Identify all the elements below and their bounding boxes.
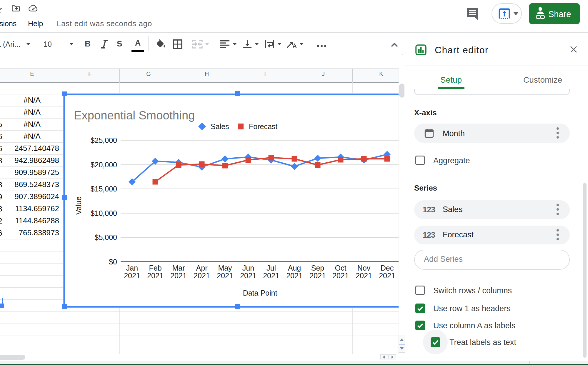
svg-text:Mar: Mar xyxy=(172,264,185,272)
svg-text:2021: 2021 xyxy=(309,271,326,280)
svg-text:2021: 2021 xyxy=(147,271,164,280)
svg-text:Aug: Aug xyxy=(288,264,301,272)
svg-text:Sep: Sep xyxy=(311,264,324,272)
svg-text:Feb: Feb xyxy=(149,264,161,272)
svg-text:2021: 2021 xyxy=(379,271,395,280)
svg-text:Jan: Jan xyxy=(126,264,138,272)
svg-text:Value: Value xyxy=(74,196,83,215)
svg-text:Sales: Sales xyxy=(211,122,229,131)
svg-text:$15,000: $15,000 xyxy=(91,185,117,193)
svg-text:2021: 2021 xyxy=(124,271,140,280)
svg-text:$20,000: $20,000 xyxy=(91,161,117,169)
svg-text:2021: 2021 xyxy=(286,271,303,280)
svg-text:Exponential Smoothing: Exponential Smoothing xyxy=(74,109,195,122)
svg-text:2021: 2021 xyxy=(170,271,187,280)
svg-text:$0: $0 xyxy=(109,258,117,266)
svg-text:Apr: Apr xyxy=(196,264,208,272)
svg-text:Nov: Nov xyxy=(357,264,371,272)
svg-text:Dec: Dec xyxy=(381,264,394,272)
svg-text:2021: 2021 xyxy=(217,271,233,280)
svg-text:$5,000: $5,000 xyxy=(95,233,117,241)
svg-text:Data Point: Data Point xyxy=(243,289,277,297)
svg-text:2021: 2021 xyxy=(332,271,349,280)
svg-text:2021: 2021 xyxy=(356,271,372,280)
svg-text:Jul: Jul xyxy=(266,264,276,272)
svg-text:Forecast: Forecast xyxy=(249,122,277,131)
svg-text:2021: 2021 xyxy=(263,271,279,280)
svg-text:$10,000: $10,000 xyxy=(91,209,117,217)
svg-text:May: May xyxy=(218,264,232,272)
svg-text:2021: 2021 xyxy=(194,271,210,280)
svg-text:Oct: Oct xyxy=(335,264,347,272)
svg-text:Jun: Jun xyxy=(242,264,254,272)
svg-text:$25,000: $25,000 xyxy=(91,136,117,144)
svg-text:2021: 2021 xyxy=(240,271,256,280)
